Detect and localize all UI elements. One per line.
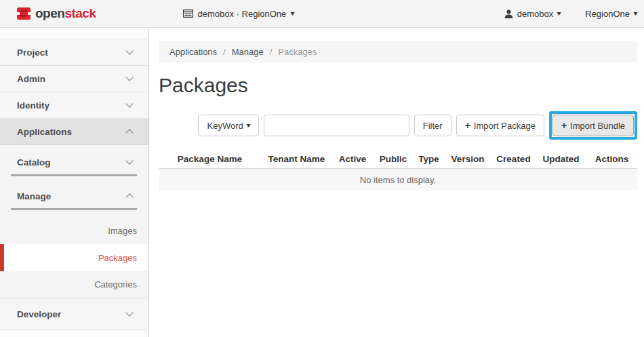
user-icon bbox=[504, 9, 513, 18]
breadcrumb-item-manage[interactable]: Manage bbox=[232, 47, 264, 57]
column-header-actions: Actions bbox=[586, 154, 637, 164]
sidebar-item-catalog[interactable]: Catalog bbox=[0, 152, 148, 172]
import-package-label: Import Package bbox=[474, 121, 536, 131]
column-header-created: Created bbox=[491, 154, 536, 164]
chevron-up-icon bbox=[125, 129, 133, 136]
highlight-box: + Import Bundle bbox=[549, 111, 637, 140]
breadcrumb: Applications / Manage / Packages bbox=[159, 41, 637, 62]
sidebar-item-packages[interactable]: Packages bbox=[0, 244, 148, 271]
sidebar-item-manage[interactable]: Manage bbox=[0, 186, 148, 206]
sidebar-item-label: Categories bbox=[94, 279, 137, 290]
empty-message: No items to display. bbox=[360, 175, 436, 185]
sidebar-item-label: Manage bbox=[17, 191, 51, 201]
column-header-version: Version bbox=[444, 154, 491, 164]
breadcrumb-separator: / bbox=[270, 47, 273, 57]
topbar-right-group: demobox ▾ RegionOne ▾ bbox=[504, 9, 637, 19]
chevron-down-icon bbox=[125, 47, 133, 54]
region-menu[interactable]: RegionOne ▾ bbox=[585, 9, 637, 19]
chevron-down-icon bbox=[125, 309, 133, 316]
brand-word-stack: stack bbox=[64, 6, 96, 20]
column-header-active: Active bbox=[332, 154, 373, 164]
top-navigation-bar: openstack demobox · RegionOne ▾ demobox … bbox=[0, 0, 644, 28]
context-switcher-label: demobox · RegionOne bbox=[198, 9, 287, 19]
sidebar-item-label: Catalog bbox=[17, 157, 51, 167]
sidebar-item-categories[interactable]: Categories bbox=[0, 271, 148, 298]
packages-table-header: Package Name Tenant Name Active Public T… bbox=[159, 150, 637, 168]
import-package-button[interactable]: + Import Package bbox=[456, 115, 544, 136]
sidebar-item-project[interactable]: Project bbox=[0, 39, 148, 66]
breadcrumb-item-packages: Packages bbox=[278, 47, 317, 57]
sidebar-item-label: Images bbox=[108, 226, 137, 236]
caret-down-icon: ▾ bbox=[557, 10, 561, 17]
sidebar-item-applications[interactable]: Applications bbox=[0, 119, 148, 145]
caret-down-icon: ▾ bbox=[291, 10, 295, 17]
chevron-down-icon bbox=[125, 73, 133, 81]
sidebar-item-label: Identity bbox=[17, 100, 49, 111]
user-menu-label: demobox bbox=[517, 9, 553, 19]
user-menu[interactable]: demobox ▾ bbox=[504, 9, 561, 19]
project-context-switcher[interactable]: demobox · RegionOne ▾ bbox=[183, 9, 295, 19]
manage-submenu: Images Packages Categories bbox=[0, 210, 148, 298]
column-header-package-name: Package Name bbox=[159, 154, 261, 164]
region-menu-label: RegionOne bbox=[585, 9, 630, 19]
table-empty-row: No items to display. bbox=[159, 168, 637, 191]
breadcrumb-item-applications[interactable]: Applications bbox=[169, 47, 217, 57]
sidebar-item-label: Applications bbox=[17, 127, 72, 137]
openstack-logo: openstack bbox=[16, 6, 96, 21]
sidebar-item-label: Admin bbox=[17, 74, 45, 84]
column-header-tenant-name: Tenant Name bbox=[261, 154, 332, 164]
brand-word-open: open bbox=[35, 6, 64, 20]
sidebar-item-label: Packages bbox=[98, 253, 137, 263]
column-header-type: Type bbox=[414, 154, 444, 164]
column-header-updated: Updated bbox=[536, 154, 586, 164]
chevron-down-icon bbox=[125, 100, 133, 107]
caret-down-icon: ▾ bbox=[246, 122, 250, 129]
sidebar-bottom-strip bbox=[0, 330, 148, 337]
table-toolbar: KeyWord ▾ Filter + Import Package + Impo… bbox=[159, 111, 637, 140]
applications-submenu: Catalog Manage bbox=[0, 145, 148, 210]
sidebar-item-label: Project bbox=[17, 47, 48, 58]
filter-button-label: Filter bbox=[423, 121, 443, 131]
chevron-up-icon bbox=[125, 193, 133, 201]
filter-search-input[interactable] bbox=[264, 115, 409, 136]
sidebar-navigation: Project Admin Identity Applications Cata… bbox=[0, 28, 149, 337]
sidebar-item-label: Developer bbox=[17, 309, 61, 319]
projects-icon bbox=[183, 9, 193, 18]
plus-icon: + bbox=[465, 120, 470, 131]
import-bundle-label: Import Bundle bbox=[570, 121, 625, 131]
sidebar-item-images[interactable]: Images bbox=[0, 217, 148, 244]
sidebar-item-admin[interactable]: Admin bbox=[0, 66, 148, 92]
main-content: Applications / Manage / Packages Package… bbox=[150, 28, 644, 337]
keyword-filter-dropdown[interactable]: KeyWord ▾ bbox=[198, 115, 258, 136]
plus-icon: + bbox=[561, 120, 567, 131]
chevron-down-icon bbox=[125, 157, 133, 164]
column-header-public: Public bbox=[373, 154, 414, 164]
sidebar-top-strip bbox=[0, 28, 148, 39]
sidebar-item-developer[interactable]: Developer bbox=[0, 298, 148, 330]
page-title: Packages bbox=[159, 74, 637, 97]
caret-down-icon: ▾ bbox=[633, 10, 637, 17]
sidebar-item-identity[interactable]: Identity bbox=[0, 92, 148, 119]
spacer bbox=[0, 176, 148, 186]
openstack-cube-icon bbox=[16, 7, 31, 20]
filter-button[interactable]: Filter bbox=[414, 115, 451, 136]
breadcrumb-separator: / bbox=[223, 47, 226, 57]
keyword-dropdown-label: KeyWord bbox=[207, 121, 243, 131]
application-window: openstack demobox · RegionOne ▾ demobox … bbox=[0, 0, 644, 337]
import-bundle-button[interactable]: + Import Bundle bbox=[552, 115, 634, 136]
brand-text: openstack bbox=[35, 6, 96, 21]
